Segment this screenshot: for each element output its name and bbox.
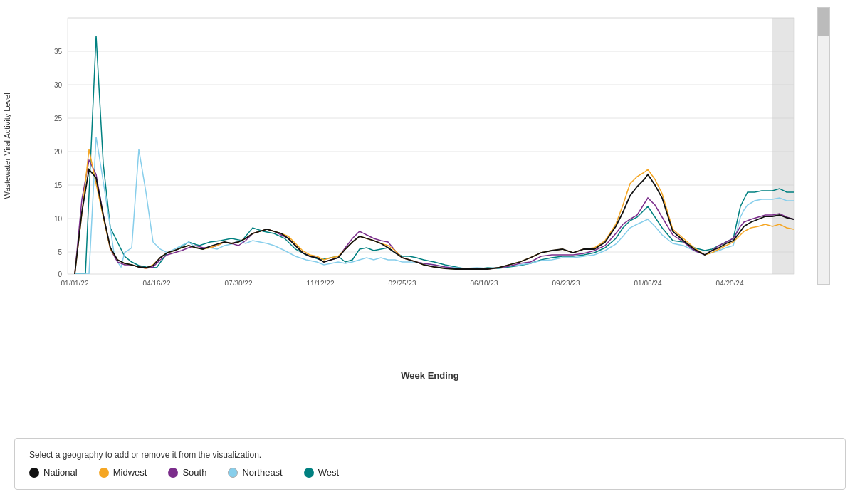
- svg-rect-1: [68, 18, 794, 274]
- legend-item-west[interactable]: West: [304, 467, 339, 478]
- legend-box: Select a geography to add or remove it f…: [14, 438, 846, 490]
- svg-text:5: 5: [58, 248, 62, 256]
- svg-text:09/23/23: 09/23/23: [552, 280, 580, 285]
- chart-container: Wastewater Viral Activity Level 0 5 10 1…: [0, 0, 860, 504]
- scrollbar-thumb[interactable]: [818, 8, 829, 36]
- legend-item-northeast[interactable]: Northeast: [228, 467, 282, 478]
- national-label: National: [43, 467, 78, 478]
- legend-item-national[interactable]: National: [29, 467, 78, 478]
- legend-item-south[interactable]: South: [168, 467, 206, 478]
- svg-text:10: 10: [54, 215, 63, 223]
- svg-text:04/16/22: 04/16/22: [143, 280, 171, 285]
- legend-item-midwest[interactable]: Midwest: [99, 467, 147, 478]
- svg-text:07/30/22: 07/30/22: [225, 280, 253, 285]
- x-axis-label: Week Ending: [0, 370, 860, 381]
- legend-instruction: Select a geography to add or remove it f…: [29, 450, 831, 460]
- svg-text:0: 0: [58, 271, 62, 278]
- chart-scrollbar[interactable]: [817, 7, 830, 285]
- national-dot: [29, 468, 39, 478]
- svg-text:25: 25: [54, 115, 63, 122]
- svg-text:11/12/22: 11/12/22: [307, 280, 335, 285]
- svg-text:01/06/24: 01/06/24: [634, 280, 662, 285]
- midwest-label: Midwest: [113, 467, 147, 478]
- y-axis-label: Wastewater Viral Activity Level: [0, 7, 14, 285]
- midwest-dot: [99, 468, 109, 478]
- svg-text:35: 35: [54, 48, 63, 56]
- svg-text:01/01/22: 01/01/22: [61, 280, 89, 285]
- south-dot: [168, 468, 178, 478]
- svg-text:02/25/23: 02/25/23: [389, 280, 416, 285]
- west-label: West: [318, 467, 339, 478]
- svg-text:15: 15: [54, 182, 63, 189]
- svg-rect-28: [772, 18, 794, 274]
- main-chart: 0 5 10 15 20 25 30 35 01/01/22 04/16/22 …: [25, 7, 822, 285]
- svg-text:04/20/24: 04/20/24: [716, 280, 744, 285]
- northeast-label: Northeast: [242, 467, 282, 478]
- legend-items: National Midwest South Northeast West: [29, 467, 831, 478]
- west-dot: [304, 468, 314, 478]
- south-label: South: [182, 467, 206, 478]
- northeast-dot: [228, 468, 238, 478]
- svg-text:06/10/23: 06/10/23: [471, 280, 498, 285]
- svg-text:20: 20: [54, 148, 63, 156]
- svg-text:30: 30: [54, 81, 63, 89]
